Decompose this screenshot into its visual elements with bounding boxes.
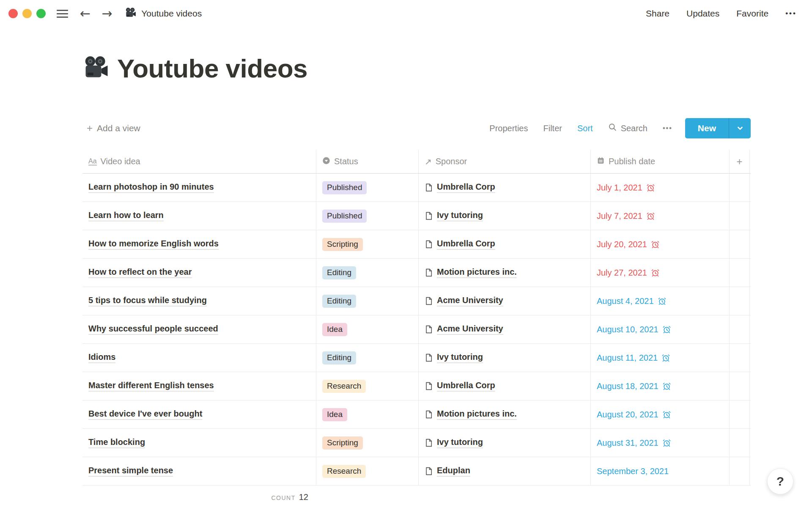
table-row[interactable]: Learn how to learnPublishedIvy tutoringJ…: [82, 202, 751, 230]
video-idea-title[interactable]: Idioms: [88, 352, 115, 363]
new-record-button[interactable]: New: [685, 118, 751, 138]
sponsor-cell[interactable]: Motion pictures inc.: [418, 400, 590, 428]
chevron-down-icon[interactable]: [729, 118, 751, 138]
status-cell[interactable]: Research: [316, 372, 418, 400]
video-idea-title[interactable]: 5 tips to focus while studying: [88, 295, 207, 306]
back-arrow-icon[interactable]: ←: [80, 7, 91, 20]
column-header-sponsor[interactable]: ↗ Sponsor: [418, 150, 590, 173]
sponsor-page-link[interactable]: Umbrella Corp: [437, 182, 495, 193]
add-column-button[interactable]: +: [729, 150, 750, 173]
video-idea-cell[interactable]: Time blocking: [82, 429, 316, 457]
status-cell[interactable]: Editing: [316, 287, 418, 315]
status-cell[interactable]: Idea: [316, 315, 418, 343]
video-idea-title[interactable]: Master different English tenses: [88, 381, 214, 392]
sponsor-page-link[interactable]: Ivy tutoring: [437, 437, 483, 448]
status-cell[interactable]: Published: [316, 174, 418, 202]
column-header-publish-date[interactable]: Publish date: [590, 150, 729, 173]
count-summary[interactable]: COUNT12: [82, 486, 316, 502]
status-cell[interactable]: Scripting: [316, 429, 418, 457]
video-idea-title[interactable]: How to memorize English words: [88, 239, 219, 250]
video-idea-cell[interactable]: How to memorize English words: [82, 230, 316, 258]
sponsor-page-link[interactable]: Eduplan: [437, 466, 470, 477]
table-row[interactable]: Why successful people succeedIdeaAcme Un…: [82, 315, 751, 344]
sort-button[interactable]: Sort: [577, 124, 593, 133]
publish-date-cell[interactable]: August 4, 2021: [590, 287, 729, 315]
zoom-window-button[interactable]: [36, 9, 46, 18]
table-row[interactable]: IdiomsEditingIvy tutoringAugust 11, 2021: [82, 344, 751, 372]
sponsor-cell[interactable]: Ivy tutoring: [418, 429, 590, 457]
video-idea-cell[interactable]: Present simple tense: [82, 457, 316, 485]
publish-date-cell[interactable]: July 20, 2021: [590, 230, 729, 258]
publish-date-cell[interactable]: September 3, 2021: [590, 457, 729, 485]
video-idea-title[interactable]: How to reflect on the year: [88, 267, 192, 278]
sponsor-cell[interactable]: Acme University: [418, 287, 590, 315]
filter-button[interactable]: Filter: [543, 124, 562, 133]
video-idea-cell[interactable]: Best device I've ever bought: [82, 400, 316, 428]
favorite-button[interactable]: Favorite: [736, 8, 768, 19]
sponsor-cell[interactable]: Umbrella Corp: [418, 174, 590, 202]
sponsor-cell[interactable]: Acme University: [418, 315, 590, 343]
table-row[interactable]: Time blockingScriptingIvy tutoringAugust…: [82, 429, 751, 457]
table-row[interactable]: Best device I've ever boughtIdeaMotion p…: [82, 400, 751, 429]
publish-date-cell[interactable]: August 18, 2021: [590, 372, 729, 400]
status-cell[interactable]: Idea: [316, 400, 418, 428]
breadcrumb[interactable]: Youtube videos: [125, 7, 202, 20]
publish-date-cell[interactable]: July 1, 2021: [590, 174, 729, 202]
status-cell[interactable]: Published: [316, 202, 418, 230]
publish-date-cell[interactable]: July 27, 2021: [590, 259, 729, 287]
video-idea-title[interactable]: Best device I've ever bought: [88, 409, 202, 420]
updates-button[interactable]: Updates: [686, 8, 719, 19]
toolbar-more-icon[interactable]: •••: [663, 124, 672, 132]
video-idea-cell[interactable]: Idioms: [82, 344, 316, 372]
close-window-button[interactable]: [8, 9, 18, 18]
share-button[interactable]: Share: [646, 8, 669, 19]
status-cell[interactable]: Scripting: [316, 230, 418, 258]
video-idea-cell[interactable]: Master different English tenses: [82, 372, 316, 400]
column-header-status[interactable]: Status: [316, 150, 418, 173]
sponsor-page-link[interactable]: Motion pictures inc.: [437, 267, 517, 278]
add-view-button[interactable]: + Add a view: [82, 122, 140, 134]
video-idea-title[interactable]: Learn photoshop in 90 minutes: [88, 182, 214, 193]
sponsor-page-link[interactable]: Ivy tutoring: [437, 352, 483, 363]
video-idea-cell[interactable]: Learn photoshop in 90 minutes: [82, 174, 316, 202]
video-idea-cell[interactable]: Why successful people succeed: [82, 315, 316, 343]
video-idea-title[interactable]: Present simple tense: [88, 466, 173, 477]
video-idea-title[interactable]: Learn how to learn: [88, 210, 164, 221]
video-idea-cell[interactable]: 5 tips to focus while studying: [82, 287, 316, 315]
publish-date-cell[interactable]: August 20, 2021: [590, 400, 729, 428]
minimize-window-button[interactable]: [22, 9, 32, 18]
table-row[interactable]: How to reflect on the yearEditingMotion …: [82, 259, 751, 287]
sponsor-cell[interactable]: Umbrella Corp: [418, 372, 590, 400]
publish-date-cell[interactable]: August 10, 2021: [590, 315, 729, 343]
search-button[interactable]: Search: [608, 123, 647, 134]
sponsor-page-link[interactable]: Acme University: [437, 324, 503, 335]
table-row[interactable]: 5 tips to focus while studyingEditingAcm…: [82, 287, 751, 315]
table-row[interactable]: How to memorize English wordsScriptingUm…: [82, 230, 751, 259]
sponsor-page-link[interactable]: Ivy tutoring: [437, 210, 483, 221]
video-idea-title[interactable]: Time blocking: [88, 437, 145, 448]
sponsor-cell[interactable]: Umbrella Corp: [418, 230, 590, 258]
sponsor-page-link[interactable]: Umbrella Corp: [437, 239, 495, 250]
status-cell[interactable]: Editing: [316, 344, 418, 372]
column-header-video-idea[interactable]: Aa Video idea: [82, 150, 316, 173]
status-cell[interactable]: Editing: [316, 259, 418, 287]
sponsor-cell[interactable]: Motion pictures inc.: [418, 259, 590, 287]
sponsor-page-link[interactable]: Acme University: [437, 295, 503, 306]
video-idea-cell[interactable]: Learn how to learn: [82, 202, 316, 230]
video-idea-title[interactable]: Why successful people succeed: [88, 324, 218, 335]
video-idea-cell[interactable]: How to reflect on the year: [82, 259, 316, 287]
table-row[interactable]: Master different English tensesResearchU…: [82, 372, 751, 400]
sponsor-page-link[interactable]: Umbrella Corp: [437, 381, 495, 392]
sidebar-menu-icon[interactable]: [57, 10, 68, 18]
table-row[interactable]: Learn photoshop in 90 minutesPublishedUm…: [82, 174, 751, 202]
forward-arrow-icon[interactable]: →: [102, 7, 112, 20]
sponsor-page-link[interactable]: Motion pictures inc.: [437, 409, 517, 420]
sponsor-cell[interactable]: Ivy tutoring: [418, 202, 590, 230]
status-cell[interactable]: Research: [316, 457, 418, 485]
publish-date-cell[interactable]: August 31, 2021: [590, 429, 729, 457]
table-row[interactable]: Present simple tenseResearchEduplanSepte…: [82, 457, 751, 486]
properties-button[interactable]: Properties: [489, 124, 528, 133]
publish-date-cell[interactable]: July 7, 2021: [590, 202, 729, 230]
help-button[interactable]: ?: [767, 468, 793, 494]
sponsor-cell[interactable]: Ivy tutoring: [418, 344, 590, 372]
